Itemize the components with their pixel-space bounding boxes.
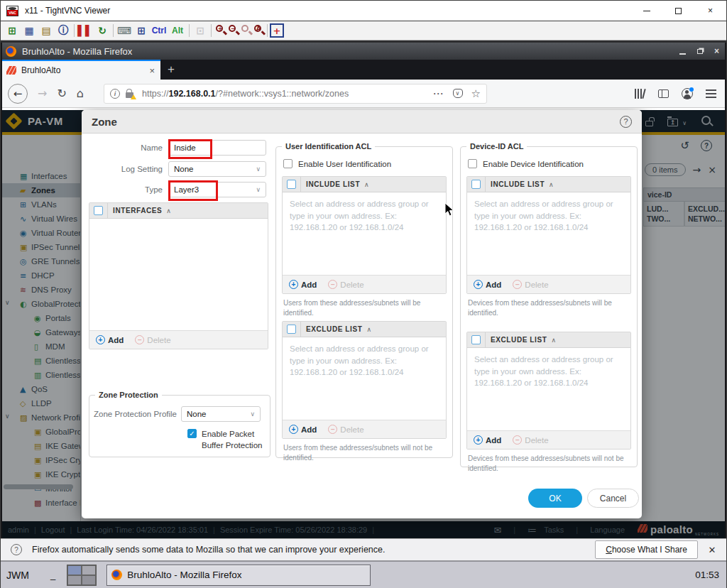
sort-chevron-icon[interactable]: ∧ xyxy=(366,326,371,333)
exclude-list-header[interactable]: EXCLUDE LIST xyxy=(491,336,547,344)
exclude-select-all-checkbox[interactable] xyxy=(471,335,481,344)
interfaces-delete-button[interactable]: −Delete xyxy=(135,335,170,344)
toolbar-separator xyxy=(267,24,268,37)
page-actions-icon[interactable]: ··· xyxy=(434,89,444,99)
account-notification-dot xyxy=(689,87,694,92)
jwm-taskbar: JWM _ BruhloAlto - Mozilla Firefox 01:53 xyxy=(1,561,726,588)
forward-button[interactable]: → xyxy=(38,87,47,100)
enable-user-identification-checkbox[interactable] xyxy=(283,159,293,168)
firefox-restore-icon[interactable] xyxy=(697,49,703,54)
zoom-100-icon[interactable] xyxy=(239,23,252,38)
exclude-add-button[interactable]: +Add xyxy=(289,425,317,434)
fullscreen-icon[interactable]: + xyxy=(270,23,284,38)
refresh-icon[interactable]: ↻ xyxy=(94,23,111,38)
include-list-header[interactable]: INCLUDE LIST xyxy=(491,180,545,188)
ctrl-alt-del-icon[interactable]: ⌨ xyxy=(116,23,133,38)
taskbar-task-firefox[interactable]: BruhloAlto - Mozilla Firefox xyxy=(106,565,371,586)
interfaces-list[interactable] xyxy=(89,219,268,330)
include-add-button[interactable]: +Add xyxy=(289,280,317,289)
pocket-icon[interactable]: ∨ xyxy=(453,89,463,98)
remote-desktop: BruhloAlto - Mozilla Firefox × BruhloAlt… xyxy=(1,40,726,588)
vnc-maximize-button[interactable] xyxy=(662,1,694,21)
file-transfer-icon[interactable]: ⊡ xyxy=(192,23,209,38)
insecure-lock-icon[interactable] xyxy=(126,92,133,98)
connection-options-icon[interactable]: ▤ xyxy=(38,23,55,38)
back-button[interactable]: ← xyxy=(8,84,28,104)
mouse-cursor xyxy=(444,202,454,217)
exclude-delete-button[interactable]: −Delete xyxy=(513,435,548,445)
sort-chevron-icon[interactable]: ∧ xyxy=(549,181,554,188)
new-tab-button[interactable]: + xyxy=(160,60,182,80)
sidebar-toggle-icon[interactable] xyxy=(658,89,669,98)
include-select-all-checkbox[interactable] xyxy=(471,180,481,189)
firefox-close-icon[interactable]: × xyxy=(714,46,719,56)
menu-icon[interactable] xyxy=(706,89,716,98)
firefox-minimize-icon[interactable] xyxy=(679,53,686,55)
firefox-window-titlebar[interactable]: BruhloAlto - Mozilla Firefox × xyxy=(1,43,726,60)
dialog-help-icon[interactable]: ? xyxy=(620,116,632,128)
tightvnc-app-icon xyxy=(6,6,18,16)
connection-info-icon[interactable]: ⓘ xyxy=(55,23,72,38)
tab-close-icon[interactable]: × xyxy=(149,65,155,76)
bookmark-star-icon[interactable]: ☆ xyxy=(471,87,481,100)
sort-chevron-icon[interactable]: ∧ xyxy=(166,207,171,214)
include-caption: Devices from these addresses/subnets wil… xyxy=(468,298,631,318)
cancel-button[interactable]: Cancel xyxy=(587,489,639,508)
vnc-close-button[interactable]: × xyxy=(694,1,726,21)
user-include-panel: INCLUDE LIST ∧ Select an address or addr… xyxy=(282,176,447,294)
log-setting-label: Log Setting xyxy=(89,165,168,173)
reload-button[interactable]: ↻ xyxy=(57,87,66,100)
choose-what-i-share-button[interactable]: Choose What I Share xyxy=(595,540,698,559)
interfaces-column-header[interactable]: INTERFACES xyxy=(113,207,162,214)
exclude-caption: Users from these addresses/subnets will … xyxy=(283,443,447,463)
packet-buffer-protection-checkbox[interactable]: ✓ xyxy=(187,429,197,438)
include-delete-button[interactable]: −Delete xyxy=(513,280,548,289)
firefox-app-icon xyxy=(111,570,122,580)
tab-title: BruhloAlto xyxy=(21,65,149,75)
include-list-placeholder: Select an address or address group or ty… xyxy=(290,200,429,232)
include-select-all-checkbox[interactable] xyxy=(287,180,296,189)
exclude-add-button[interactable]: +Add xyxy=(474,435,501,445)
zone-protection-profile-select[interactable]: None∨ xyxy=(181,406,261,422)
vnc-minimize-button[interactable] xyxy=(630,1,662,21)
windows-key-icon[interactable]: ⊞ xyxy=(133,23,150,38)
alt-button[interactable]: Alt xyxy=(168,23,187,38)
include-add-button[interactable]: +Add xyxy=(474,280,501,289)
device-id-acl-section: Device-ID ACL Enable Device Identificati… xyxy=(460,142,638,467)
pause-icon[interactable]: ▌▌ xyxy=(77,23,94,38)
exclude-delete-button[interactable]: −Delete xyxy=(328,425,364,434)
user-exclude-panel: EXCLUDE LIST ∧ Select an address or addr… xyxy=(282,321,447,439)
url-bar[interactable]: i https://192.168.0.1/?#network::vsys1::… xyxy=(104,84,487,104)
minimized-window-indicator[interactable]: _ xyxy=(50,570,55,580)
chevron-down-icon: ∨ xyxy=(250,410,255,418)
vnc-toolbar: ⊞▦▤ⓘ▌▌↻⌨⊞CtrlAlt⊡+−A+ xyxy=(1,21,726,40)
new-connection-icon[interactable]: ⊞ xyxy=(4,23,21,38)
ok-button[interactable]: OK xyxy=(528,489,582,508)
save-session-icon[interactable]: ▦ xyxy=(21,23,38,38)
interfaces-select-all-checkbox[interactable] xyxy=(94,206,103,215)
tab-bruhloalto[interactable]: BruhloAlto × xyxy=(1,60,160,80)
page-info-icon[interactable]: i xyxy=(110,89,120,99)
library-icon[interactable] xyxy=(634,89,645,99)
home-button[interactable]: ⌂ xyxy=(77,87,84,100)
url-text[interactable]: https://192.168.0.1/?#network::vsys1::ne… xyxy=(142,89,430,99)
sort-chevron-icon[interactable]: ∧ xyxy=(364,181,369,188)
workspace-pager[interactable] xyxy=(67,565,97,586)
device-exclude-panel: EXCLUDE LIST ∧ Select an address or addr… xyxy=(466,332,631,450)
exclude-list-header[interactable]: EXCLUDE LIST xyxy=(306,325,362,333)
enable-device-identification-checkbox[interactable] xyxy=(468,159,477,168)
zoom-auto-icon[interactable]: A xyxy=(252,23,265,38)
include-delete-button[interactable]: −Delete xyxy=(328,280,364,289)
zoom-in-icon[interactable]: + xyxy=(214,23,226,38)
log-setting-select[interactable]: None∨ xyxy=(168,161,266,177)
notification-close-icon[interactable]: ✕ xyxy=(698,545,726,555)
account-icon[interactable] xyxy=(682,88,693,99)
ctrl-button[interactable]: Ctrl xyxy=(150,23,168,38)
include-list-header[interactable]: INCLUDE LIST xyxy=(306,180,360,188)
sort-chevron-icon[interactable]: ∧ xyxy=(551,337,556,344)
zone-protection-legend: Zone Protection xyxy=(95,391,162,399)
exclude-select-all-checkbox[interactable] xyxy=(287,325,296,334)
interfaces-add-button[interactable]: +Add xyxy=(96,335,124,344)
jwm-menu-button[interactable]: JWM xyxy=(6,570,29,581)
zoom-out-icon[interactable]: − xyxy=(226,23,239,38)
